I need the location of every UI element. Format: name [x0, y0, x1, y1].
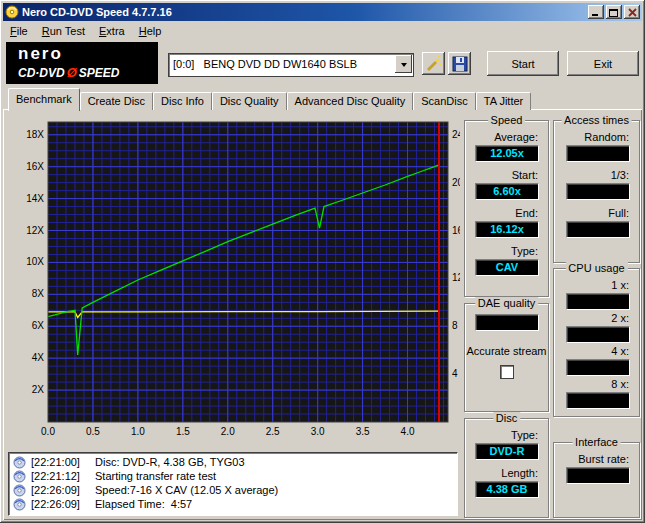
svg-text:24: 24 — [452, 129, 460, 140]
svg-text:2.5: 2.5 — [266, 426, 280, 437]
value-display: CAV — [475, 259, 539, 276]
svg-text:8: 8 — [452, 320, 458, 331]
tab[interactable]: Advanced Disc Quality — [287, 92, 414, 110]
log-entry: [22:21:12] Starting transfer rate test — [11, 469, 457, 483]
cddvd-speed-text: CD·DVDØSPEED — [18, 65, 119, 80]
title-bar: Nero CD-DVD Speed 4.7.7.16 — [3, 3, 642, 21]
svg-text:3.5: 3.5 — [356, 426, 370, 437]
tab[interactable]: Create Disc — [80, 92, 153, 110]
log-timestamp: [22:21:00] — [31, 456, 95, 468]
svg-text:12: 12 — [452, 272, 460, 283]
log-entry: [22:26:09] Elapsed Time: 4:57 — [11, 497, 457, 511]
log-timestamp: [22:21:12] — [31, 470, 95, 482]
tab[interactable]: TA Jitter — [476, 92, 532, 110]
svg-text:8X: 8X — [32, 288, 45, 299]
svg-text:2X: 2X — [32, 384, 45, 395]
cpu-field: 2 x: — [554, 312, 639, 343]
options-button[interactable] — [422, 52, 445, 75]
value-display — [566, 326, 630, 343]
window-title: Nero CD-DVD Speed 4.7.7.16 — [22, 6, 172, 18]
svg-text:20: 20 — [452, 177, 460, 188]
log-message: Speed:7-16 X CAV (12.05 X average) — [95, 484, 278, 496]
svg-text:4.0: 4.0 — [401, 426, 415, 437]
value-display — [566, 467, 630, 484]
disc-icon — [13, 456, 26, 469]
value-display — [566, 145, 630, 162]
minimize-button[interactable] — [588, 5, 604, 19]
start-button[interactable]: Start — [487, 51, 559, 76]
status-log[interactable]: [22:21:00] Disc: DVD-R, 4.38 GB, TYG03 [… — [8, 452, 458, 516]
speed-field: End: 16.12x — [465, 207, 548, 238]
menu-bar: File Run Test Extra Help — [3, 21, 642, 40]
accurate-stream-label: Accurate stream — [465, 345, 548, 357]
interface-group: Interface Burst rate: — [553, 442, 640, 518]
svg-text:2.0: 2.0 — [221, 426, 235, 437]
drive-selector-dropdown-button[interactable] — [395, 55, 412, 73]
svg-text:6X: 6X — [32, 320, 45, 331]
disc-icon — [13, 498, 26, 511]
menu-item[interactable]: Run Test — [35, 23, 92, 39]
tab[interactable]: Benchmark — [8, 88, 80, 111]
drive-selector-value: [0:0] BENQ DVD DD DW1640 BSLB — [173, 56, 357, 72]
log-message: Elapsed Time: 4:57 — [95, 498, 192, 510]
speed-field: Type: CAV — [465, 245, 548, 276]
access-times-group-title: Access times — [561, 114, 632, 126]
dae-quality-group: DAE quality Accurate stream — [464, 303, 549, 412]
speed-group-title: Speed — [488, 114, 526, 126]
value-display — [566, 183, 630, 200]
access-field: 1/3: — [554, 169, 639, 200]
svg-text:16: 16 — [452, 225, 460, 236]
chevron-down-icon — [401, 63, 407, 70]
value-display — [566, 359, 630, 376]
value-display: 12.05x — [475, 145, 539, 162]
value-display: 16.12x — [475, 221, 539, 238]
maximize-button[interactable] — [606, 5, 622, 19]
svg-text:4: 4 — [452, 368, 458, 379]
svg-text:1.0: 1.0 — [131, 426, 145, 437]
speed-field: Average: 12.05x — [465, 131, 548, 162]
nero-brand-text: nero — [18, 44, 63, 64]
speed-field: Start: 6.60x — [465, 169, 548, 200]
accurate-stream-checkbox[interactable] — [500, 365, 514, 379]
access-field: Full: — [554, 207, 639, 238]
cpu-usage-group-title: CPU usage — [565, 262, 627, 274]
nero-logo: nero CD·DVDØSPEED — [6, 42, 158, 84]
magic-wand-icon — [425, 55, 443, 73]
interface-field: Burst rate: — [554, 453, 639, 484]
svg-text:10X: 10X — [26, 256, 44, 267]
log-entry: [22:21:00] Disc: DVD-R, 4.38 GB, TYG03 — [11, 455, 457, 469]
save-button[interactable] — [448, 52, 471, 75]
floppy-disk-icon — [452, 56, 468, 72]
cpu-field: 4 x: — [554, 345, 639, 376]
disc-field: Length: 4.38 GB — [465, 467, 548, 498]
cpu-field: 1 x: — [554, 279, 639, 310]
tab[interactable]: ScanDisc — [413, 92, 475, 110]
disc-group-title: Disc — [493, 412, 520, 424]
exit-button[interactable]: Exit — [567, 51, 639, 76]
menu-item[interactable]: File — [3, 23, 35, 39]
drive-selector[interactable]: [0:0] BENQ DVD DD DW1640 BSLB — [168, 53, 414, 77]
close-button[interactable] — [624, 5, 640, 19]
menu-item[interactable]: Extra — [92, 23, 132, 39]
tab[interactable]: Disc Quality — [212, 92, 287, 110]
tab[interactable]: Disc Info — [153, 92, 212, 110]
menu-item[interactable]: Help — [132, 23, 169, 39]
app-disc-icon — [5, 5, 19, 19]
access-field: Random: — [554, 131, 639, 162]
dae-value-display — [475, 314, 539, 331]
svg-text:0.5: 0.5 — [86, 426, 100, 437]
log-timestamp: [22:26:09] — [31, 484, 95, 496]
access-times-group: Access times Random: 1/3: Full: — [553, 120, 640, 263]
dae-quality-group-title: DAE quality — [475, 297, 538, 309]
disc-icon — [13, 470, 26, 483]
value-display: 4.38 GB — [475, 481, 539, 498]
log-message: Starting transfer rate test — [95, 470, 216, 482]
app-window: Nero CD-DVD Speed 4.7.7.16 File Run Test… — [0, 0, 645, 523]
svg-text:16X: 16X — [26, 161, 44, 172]
value-display: 6.60x — [475, 183, 539, 200]
value-display — [566, 392, 630, 409]
svg-text:4X: 4X — [32, 352, 45, 363]
svg-text:3.0: 3.0 — [311, 426, 325, 437]
cpu-usage-group: CPU usage 1 x: 2 x: 4 x: 8 — [553, 268, 640, 417]
minimize-icon — [591, 8, 601, 17]
